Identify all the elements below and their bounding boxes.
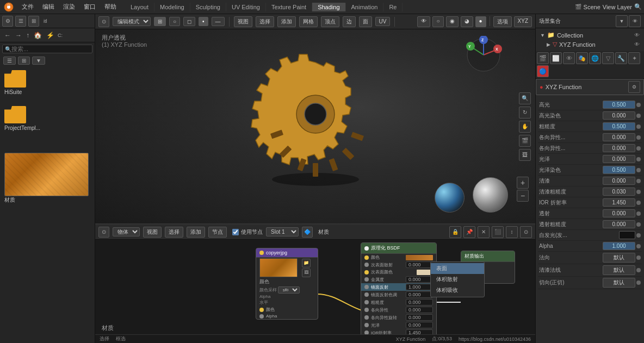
search-input[interactable] bbox=[11, 46, 82, 52]
nav-refresh[interactable]: ⚡ bbox=[45, 32, 55, 39]
vp-view[interactable]: 视图 bbox=[234, 16, 252, 27]
vp-edge[interactable]: 边 bbox=[343, 16, 356, 27]
prop-dot-aniso2[interactable] bbox=[636, 146, 641, 151]
prop-val-tangent[interactable]: 默认 bbox=[603, 278, 635, 288]
prop-dot-alpha[interactable] bbox=[636, 244, 641, 248]
prop-dot-spec-tint[interactable] bbox=[636, 114, 641, 118]
sidebar-btn-3[interactable]: ⊞ bbox=[28, 16, 39, 27]
node-more[interactable]: ⊙ bbox=[520, 226, 532, 238]
vp-btn-1[interactable]: ⊞ bbox=[154, 17, 166, 26]
menu-help[interactable]: 帮助 bbox=[100, 2, 121, 12]
folder-hisuite[interactable]: HiSuite bbox=[4, 70, 90, 95]
mat-props-btn[interactable]: ⚙ bbox=[628, 81, 640, 93]
vp-face[interactable]: 面 bbox=[359, 16, 372, 27]
eye-xyz[interactable]: 👁 bbox=[634, 41, 640, 47]
mode-dropdown[interactable]: 编辑模式 物体模式 bbox=[113, 17, 151, 26]
vp-icon-rotate[interactable]: ↻ bbox=[519, 107, 531, 119]
node-resize[interactable]: ↕ bbox=[506, 226, 518, 238]
node-view[interactable]: 视图 bbox=[143, 227, 162, 238]
v-rough[interactable]: 0.000 bbox=[406, 299, 433, 305]
prop-val-alpha[interactable]: 1.000 bbox=[603, 242, 635, 250]
tab-texture-paint[interactable]: Texture Paint bbox=[266, 3, 312, 11]
shading-btn-active[interactable]: ● bbox=[475, 16, 486, 27]
vp-btn-edge[interactable]: — bbox=[212, 17, 225, 26]
props-tab-output[interactable]: ⬜ bbox=[550, 52, 562, 64]
use-nodes-checkbox[interactable] bbox=[232, 229, 239, 235]
status-box-select[interactable]: 框选 bbox=[116, 335, 126, 342]
node-select[interactable]: 选择 bbox=[165, 227, 183, 238]
v-met[interactable]: 0.000 bbox=[406, 276, 433, 283]
sidebar-btn-2[interactable]: ☰ bbox=[15, 16, 26, 27]
node-tex-folder[interactable]: 📁 bbox=[302, 259, 311, 267]
props-tab-mod[interactable]: 🔧 bbox=[615, 52, 627, 64]
menu-edit[interactable]: 编辑 bbox=[38, 2, 59, 12]
menu-window[interactable]: 窗口 bbox=[79, 2, 100, 12]
prop-val-ior[interactable]: 1.450 bbox=[603, 198, 635, 207]
vp-add[interactable]: 添加 bbox=[277, 16, 296, 27]
tab-re[interactable]: Re bbox=[383, 3, 403, 11]
vp-btn-2[interactable]: ○ bbox=[169, 17, 180, 26]
prop-val-clearcoat[interactable]: 0.000 bbox=[603, 177, 635, 185]
node-output-menu[interactable]: 表面 体积散射 体积吸收 bbox=[430, 261, 485, 297]
v-ss[interactable]: 0.000 bbox=[406, 261, 433, 268]
vp-mesh[interactable]: 网格 bbox=[299, 16, 318, 27]
eye-collection[interactable]: 👁 bbox=[634, 32, 640, 38]
v-aniso[interactable]: 0.000 bbox=[406, 307, 433, 313]
prop-dot-trans-rough[interactable] bbox=[636, 222, 641, 227]
props-tab-obj[interactable]: ▽ bbox=[602, 52, 614, 64]
v-anisot[interactable]: 0.000 bbox=[406, 314, 433, 321]
prop-dot-sheen[interactable] bbox=[636, 157, 641, 161]
zoom-out[interactable]: − bbox=[517, 190, 529, 202]
nav-back[interactable]: ← bbox=[3, 32, 12, 39]
shading-btn-2[interactable]: ◉ bbox=[446, 16, 459, 27]
prop-val-aniso1[interactable]: 0.000 bbox=[603, 133, 635, 141]
panel-eye[interactable]: 👁 bbox=[629, 15, 641, 27]
prop-val-normal[interactable]: 默认 bbox=[603, 253, 635, 263]
slot-dropdown[interactable]: Slot 1 bbox=[266, 227, 299, 236]
props-tab-render[interactable]: 🎬 bbox=[537, 52, 549, 64]
v-spect[interactable]: 0.000 bbox=[406, 291, 433, 298]
node-texture-image[interactable]: copyerjpg 📁 🖼 颜色 颜色采样 bbox=[256, 248, 318, 320]
menu-volume[interactable]: 体积散射 bbox=[431, 274, 484, 285]
prop-val-trans[interactable]: 0.000 bbox=[603, 209, 635, 217]
nav-home[interactable]: 🏠 bbox=[33, 32, 43, 39]
node-editor-icon[interactable]: ⊙ bbox=[98, 227, 109, 238]
sidebar-search[interactable]: 🔍 bbox=[2, 45, 92, 53]
nav-up[interactable]: ↑ bbox=[25, 32, 30, 39]
shading-btn-3[interactable]: ◕ bbox=[461, 16, 473, 27]
node-principled-bsdf[interactable]: 原理化 BSDF 颜色 次表面散射 0.000 bbox=[361, 242, 437, 343]
viewport-3d[interactable]: 用户透视 (1) XYZ Function bbox=[95, 29, 535, 223]
prop-val-trans-rough[interactable]: 0.000 bbox=[603, 220, 635, 228]
props-tab-material[interactable]: 🔵 bbox=[537, 65, 549, 77]
view-grid-btn[interactable]: ⊞ bbox=[18, 57, 30, 65]
node-shading-icon[interactable]: 🔷 bbox=[302, 227, 313, 238]
prop-dot-normal[interactable] bbox=[636, 255, 641, 260]
sidebar-btn-1[interactable]: ⚙ bbox=[2, 16, 13, 27]
vp-icon-cam[interactable]: 🎬 bbox=[519, 135, 531, 147]
search-icon[interactable]: 🔍 bbox=[634, 3, 642, 10]
v-spec[interactable]: 1.000 bbox=[406, 284, 433, 290]
node-expand[interactable]: ⬛ bbox=[492, 226, 504, 238]
tree-collection[interactable]: ▼ 📁 Collection 👁 bbox=[538, 30, 642, 40]
shading-btn-1[interactable]: ○ bbox=[432, 16, 443, 27]
node-protect[interactable]: 🔒 bbox=[449, 226, 461, 238]
menu-absorb[interactable]: 体积吸收 bbox=[431, 285, 484, 296]
menu-render[interactable]: 渲染 bbox=[59, 2, 79, 12]
nav-forward[interactable]: → bbox=[14, 32, 23, 39]
v-sheen[interactable]: 0.000 bbox=[406, 322, 433, 328]
tab-sculpting[interactable]: Sculpting bbox=[190, 3, 226, 11]
node-tex-img[interactable]: 🖼 bbox=[302, 269, 311, 277]
node-add[interactable]: 添加 bbox=[187, 227, 205, 238]
prop-val-emission[interactable] bbox=[619, 231, 635, 239]
node-tex-select[interactable]: sRGB bbox=[278, 286, 300, 294]
overlay-btn[interactable]: 👁 bbox=[417, 16, 430, 27]
props-tab-part[interactable]: ✦ bbox=[628, 52, 640, 64]
props-tab-world[interactable]: 🌐 bbox=[589, 52, 601, 64]
panel-filter[interactable]: ▼ bbox=[616, 15, 628, 27]
vp-btn-vertex[interactable]: • bbox=[199, 17, 208, 26]
tab-layout[interactable]: Layout bbox=[125, 3, 154, 11]
prop-val-cc-normal[interactable]: 默认 bbox=[603, 265, 635, 275]
node-node[interactable]: 节点 bbox=[208, 227, 227, 238]
vp-select[interactable]: 选择 bbox=[256, 16, 274, 27]
vp-icon-img[interactable]: 🖼 bbox=[519, 149, 531, 161]
